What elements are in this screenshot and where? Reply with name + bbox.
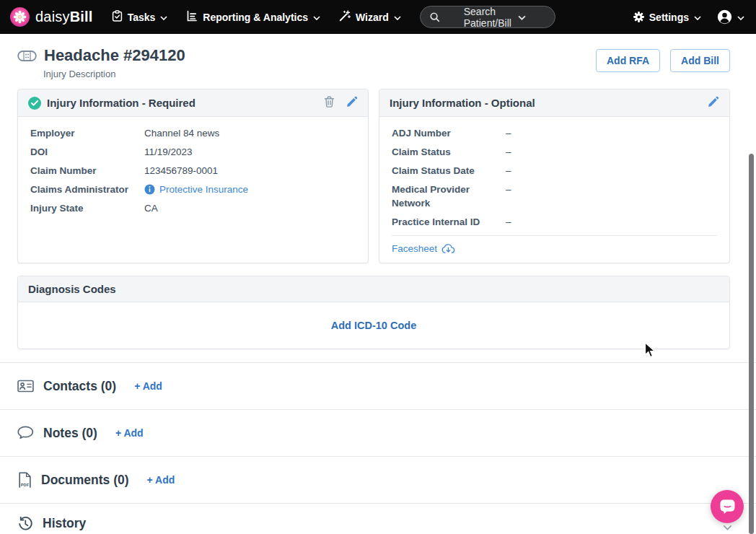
bandage-icon bbox=[17, 49, 37, 63]
history-icon bbox=[17, 516, 33, 532]
field-label: Practice Internal ID bbox=[392, 215, 506, 229]
claims-administrator-link[interactable]: Protective Insurance bbox=[159, 183, 248, 196]
nav-reporting-analytics[interactable]: Reporting & Analytics bbox=[186, 10, 320, 24]
card-title: Injury Information - Optional bbox=[390, 97, 535, 109]
field-label: Injury State bbox=[30, 201, 144, 215]
vertical-scrollbar-thumb[interactable] bbox=[749, 154, 754, 534]
field-label: Claim Status Date bbox=[392, 164, 506, 178]
notes-section-label: Notes (0) bbox=[43, 426, 97, 441]
page-title: Headache #294120 bbox=[44, 46, 185, 65]
chevron-down-icon bbox=[394, 16, 401, 20]
add-note-button[interactable]: + Add bbox=[115, 427, 144, 439]
add-bill-button[interactable]: Add Bill bbox=[670, 49, 730, 72]
field-value: – bbox=[506, 164, 511, 178]
nav-reporting-label: Reporting & Analytics bbox=[203, 12, 308, 23]
field-value: – bbox=[506, 215, 511, 229]
edit-required-button[interactable] bbox=[346, 96, 358, 110]
pencil-icon bbox=[708, 96, 719, 110]
cloud-download-icon[interactable] bbox=[441, 243, 455, 254]
field-adj-number: ADJ Number – bbox=[392, 126, 717, 140]
person-circle-icon bbox=[717, 9, 732, 25]
history-section-label: History bbox=[43, 516, 86, 531]
field-value: 11/19/2023 bbox=[144, 145, 193, 159]
field-claims-administrator: Claims Administrator Protective Insuranc… bbox=[30, 183, 356, 196]
nav-settings[interactable]: Settings bbox=[633, 12, 701, 23]
field-claim-number: Claim Number 123456789-0001 bbox=[30, 164, 356, 178]
divider bbox=[392, 235, 717, 236]
chevron-down-icon bbox=[694, 16, 701, 20]
chevron-down-icon bbox=[737, 16, 744, 20]
injury-info-required-card: Injury Information - Required bbox=[17, 89, 369, 263]
card-title: Injury Information - Required bbox=[47, 97, 195, 109]
chevron-down-icon bbox=[723, 520, 732, 533]
nav-wizard[interactable]: Wizard bbox=[339, 10, 401, 24]
chat-launcher-button[interactable] bbox=[711, 490, 744, 523]
nav-settings-label: Settings bbox=[649, 12, 689, 23]
diagnosis-codes-card: Diagnosis Codes Add ICD-10 Code bbox=[17, 276, 730, 349]
field-value: – bbox=[506, 126, 511, 140]
nav-wizard-label: Wizard bbox=[356, 12, 389, 23]
bar-chart-icon bbox=[186, 10, 198, 24]
field-mpn: Medical Provider Network – bbox=[392, 183, 717, 210]
history-section: History bbox=[0, 503, 756, 534]
field-label: Claim Number bbox=[30, 164, 144, 178]
field-label: ADJ Number bbox=[392, 126, 506, 140]
svg-text:PDF: PDF bbox=[21, 483, 30, 487]
contact-card-icon bbox=[17, 380, 34, 393]
nav-tasks[interactable]: Tasks bbox=[112, 10, 168, 24]
gear-icon bbox=[633, 12, 644, 22]
trash-icon bbox=[324, 96, 335, 110]
page-subtitle: Injury Description bbox=[43, 69, 185, 79]
documents-section: PDF Documents (0) + Add bbox=[0, 456, 756, 503]
chevron-down-icon bbox=[160, 16, 167, 20]
field-injury-state: Injury State CA bbox=[30, 201, 356, 215]
pencil-icon bbox=[346, 96, 358, 110]
nav-tasks-label: Tasks bbox=[128, 12, 156, 23]
field-value: – bbox=[506, 145, 511, 159]
search-placeholder: Search Patient/Bill bbox=[464, 6, 511, 29]
field-label: Medical Provider Network bbox=[392, 183, 493, 210]
search-icon bbox=[429, 12, 457, 22]
complete-check-icon bbox=[28, 97, 41, 110]
search-patient-bill[interactable]: Search Patient/Bill bbox=[420, 6, 555, 28]
daisybill-logo-icon bbox=[10, 7, 30, 27]
chevron-down-icon bbox=[518, 15, 546, 20]
field-label: Claims Administrator bbox=[30, 183, 144, 196]
top-navbar: daisyBill Tasks Reporting & Analytics bbox=[0, 0, 756, 34]
brand-wordmark: daisyBill bbox=[35, 9, 93, 25]
page-header: Headache #294120 Injury Description Add … bbox=[0, 34, 756, 89]
edit-optional-button[interactable] bbox=[708, 96, 719, 110]
add-icd10-code-link[interactable]: Add ICD-10 Code bbox=[331, 320, 416, 331]
pdf-document-icon: PDF bbox=[17, 472, 32, 489]
field-value: CA bbox=[144, 201, 158, 215]
field-doi: DOI 11/19/2023 bbox=[30, 145, 356, 159]
brand-home-link[interactable]: daisyBill bbox=[10, 7, 93, 27]
injury-info-optional-card: Injury Information - Optional ADJ Number… bbox=[379, 89, 730, 263]
chevron-down-icon bbox=[313, 16, 320, 20]
magic-wand-icon bbox=[339, 10, 351, 24]
nav-account-menu[interactable] bbox=[717, 9, 744, 25]
documents-section-label: Documents (0) bbox=[41, 473, 129, 488]
contacts-section: Contacts (0) + Add bbox=[0, 362, 756, 409]
field-employer: Employer Channel 84 news bbox=[30, 126, 356, 140]
speech-bubble-icon bbox=[17, 426, 34, 440]
add-rfa-button[interactable]: Add RFA bbox=[596, 49, 660, 72]
field-value: – bbox=[506, 183, 511, 196]
facesheet-link[interactable]: Facesheet bbox=[392, 243, 437, 254]
field-claim-status: Claim Status – bbox=[392, 145, 717, 159]
field-value: 123456789-0001 bbox=[144, 164, 218, 178]
info-icon[interactable] bbox=[144, 184, 155, 195]
field-practice-internal-id: Practice Internal ID – bbox=[392, 215, 717, 229]
field-label: Employer bbox=[30, 126, 144, 140]
field-label: DOI bbox=[30, 145, 144, 159]
field-label: Claim Status bbox=[392, 145, 506, 159]
add-document-button[interactable]: + Add bbox=[147, 474, 175, 486]
field-claim-status-date: Claim Status Date – bbox=[392, 164, 717, 178]
chat-bubble-icon bbox=[719, 499, 736, 515]
clipboard-check-icon bbox=[112, 10, 123, 24]
field-value: Channel 84 news bbox=[144, 126, 219, 140]
contacts-section-label: Contacts (0) bbox=[43, 379, 116, 394]
add-contact-button[interactable]: + Add bbox=[134, 380, 162, 392]
notes-section: Notes (0) + Add bbox=[0, 409, 756, 456]
delete-injury-button[interactable] bbox=[324, 96, 335, 110]
